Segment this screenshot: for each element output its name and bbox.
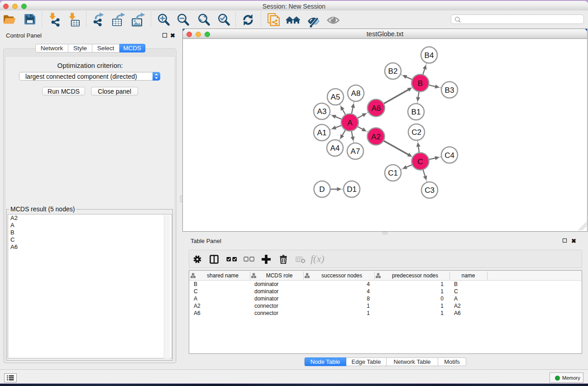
svg-text:A8: A8 (351, 89, 361, 98)
svg-text:A4: A4 (330, 144, 340, 152)
svg-text:A2: A2 (371, 133, 381, 141)
svg-text:A1: A1 (317, 129, 327, 137)
svg-text:B3: B3 (445, 86, 454, 95)
svg-text:D: D (319, 185, 325, 194)
svg-text:A6: A6 (371, 104, 381, 113)
svg-text:A: A (347, 119, 353, 127)
svg-text:B: B (418, 79, 423, 88)
svg-text:D1: D1 (347, 185, 357, 194)
svg-text:A5: A5 (331, 93, 340, 101)
svg-text:C2: C2 (411, 128, 421, 137)
svg-text:A7: A7 (351, 147, 360, 156)
svg-text:B1: B1 (411, 108, 421, 116)
svg-text:A3: A3 (317, 107, 327, 116)
svg-text:C4: C4 (445, 151, 454, 160)
svg-text:C3: C3 (425, 186, 435, 195)
svg-text:C: C (417, 157, 423, 166)
svg-text:C1: C1 (388, 169, 398, 177)
svg-text:B4: B4 (425, 51, 434, 60)
svg-text:B2: B2 (388, 67, 398, 76)
